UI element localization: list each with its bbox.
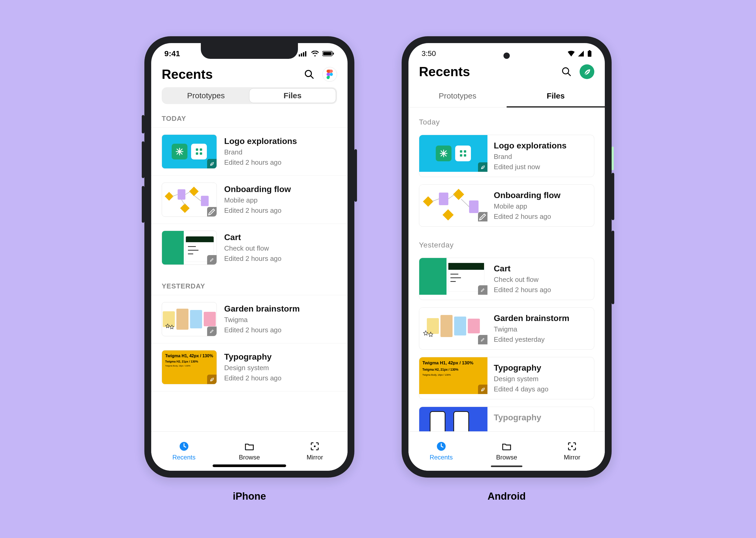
- svg-rect-31: [589, 50, 591, 51]
- file-thumbnail: [162, 134, 217, 169]
- cellular-icon: [299, 51, 307, 56]
- iphone-device: 9:41 Recents: [144, 36, 354, 478]
- file-row[interactable]: Onboarding flow Mobile app Edited 2 hour…: [151, 176, 348, 224]
- file-title: Garden brainstorm: [224, 304, 300, 314]
- nav-browse[interactable]: Browse: [474, 432, 539, 471]
- file-thumbnail: ▬▬▬▬▬▬▬▬▬: [419, 258, 488, 295]
- tab-prototypes[interactable]: Prototypes: [163, 88, 249, 103]
- svg-line-50: [432, 199, 439, 201]
- file-row[interactable]: Onboarding flow Mobile app Edited 2 hour…: [408, 181, 605, 230]
- svg-rect-21: [189, 187, 199, 196]
- battery-icon: [588, 50, 592, 57]
- svg-line-24: [172, 194, 178, 196]
- file-list[interactable]: Today Logo explorations Brand Edited jus…: [408, 107, 605, 431]
- file-row[interactable]: Twigma H1, 42px / 130% Twigma H2, 21px /…: [408, 353, 605, 403]
- file-project: Check out flow: [494, 276, 551, 284]
- nav-label: Recents: [430, 454, 453, 461]
- file-row[interactable]: Garden brainstorm Twigma Edited 2 hours …: [151, 295, 348, 343]
- search-button[interactable]: [302, 67, 316, 82]
- file-thumbnail: [162, 183, 217, 217]
- file-project: Check out flow: [224, 244, 281, 252]
- tab-files[interactable]: Files: [507, 84, 605, 107]
- tab-files[interactable]: Files: [249, 88, 336, 103]
- folder-icon: [244, 441, 255, 452]
- account-avatar[interactable]: [580, 64, 594, 79]
- svg-rect-23: [201, 196, 209, 206]
- svg-point-9: [330, 73, 333, 76]
- file-type-badge: [207, 327, 216, 336]
- file-project: Mobile app: [494, 202, 560, 210]
- thumb-text: Twigma H2, 21px / 130%: [422, 368, 484, 371]
- pencil-icon: [478, 212, 488, 221]
- file-edited: Edited 2 hours ago: [224, 374, 281, 382]
- file-project: Design system: [494, 375, 548, 383]
- file-type-badge: [478, 285, 488, 295]
- tabs: Prototypes Files: [408, 84, 605, 107]
- nav-recents[interactable]: Recents: [408, 432, 474, 471]
- home-indicator[interactable]: [491, 465, 522, 467]
- leaf-icon: [209, 377, 214, 382]
- battery-icon: [322, 51, 334, 56]
- search-button[interactable]: [559, 64, 574, 79]
- svg-line-8: [310, 76, 313, 78]
- svg-line-52: [461, 199, 469, 207]
- file-row[interactable]: ▬▬▬▬▬▬▬▬▬ Cart Check out flow Edited 2 h…: [151, 224, 348, 272]
- svg-rect-0: [299, 54, 300, 56]
- file-edited: Edited just now: [494, 163, 566, 171]
- file-thumbnail: [419, 407, 488, 431]
- file-row[interactable]: ▬▬▬▬▬▬▬▬▬ Cart Check out flow Edited 2 h…: [408, 254, 605, 304]
- file-title: Onboarding flow: [494, 190, 560, 200]
- device-label-android: Android: [488, 491, 526, 502]
- file-type-badge: [207, 159, 216, 168]
- file-row[interactable]: Garden brainstorm Twigma Edited yesterda…: [408, 304, 605, 353]
- tab-prototypes[interactable]: Prototypes: [408, 84, 507, 107]
- svg-point-55: [571, 446, 573, 447]
- svg-rect-46: [439, 192, 449, 205]
- account-button[interactable]: [322, 67, 337, 82]
- nav-mirror[interactable]: Mirror: [540, 432, 605, 471]
- android-device: 3:50 Recents Prototypes Files: [402, 36, 612, 478]
- nav-mirror[interactable]: Mirror: [282, 432, 348, 471]
- file-title: Cart: [494, 264, 551, 273]
- wifi-icon: [568, 51, 575, 56]
- svg-rect-41: [464, 150, 466, 153]
- file-title: Onboarding flow: [224, 185, 291, 194]
- thumb-text: Twigma Body, 16px / 130%: [422, 374, 484, 376]
- file-title: Typography: [224, 352, 281, 362]
- page-title: Recents: [419, 64, 470, 79]
- svg-rect-40: [460, 150, 462, 153]
- svg-rect-3: [305, 51, 306, 56]
- leaf-icon: [480, 164, 485, 170]
- nav-recents[interactable]: Recents: [151, 432, 216, 471]
- thumb-text: Twigma H2, 21px / 130%: [165, 360, 213, 363]
- file-thumbnail: Twigma H1, 42px / 130% Twigma H2, 21px /…: [419, 357, 488, 394]
- file-row[interactable]: Typography: [408, 403, 605, 431]
- figma-icon: [327, 70, 333, 79]
- header: Recents: [408, 62, 605, 84]
- file-title: Cart: [224, 233, 281, 242]
- svg-rect-15: [200, 148, 202, 151]
- file-title: Logo explorations: [494, 141, 566, 150]
- file-row[interactable]: Twigma H1, 42px / 130% Twigma H2, 21px /…: [151, 343, 348, 392]
- file-project: Mobile app: [224, 196, 291, 204]
- file-row[interactable]: Logo explorations Brand Edited just now: [408, 131, 605, 181]
- file-type-badge: [478, 212, 488, 221]
- file-edited: Edited 4 days ago: [494, 385, 548, 393]
- android-camera: [503, 53, 510, 59]
- svg-rect-6: [333, 53, 334, 55]
- file-list[interactable]: TODAY Logo explorations Brand Edited 2 h…: [151, 104, 348, 431]
- folder-icon: [501, 441, 512, 452]
- file-project: Brand: [224, 148, 297, 156]
- file-edited: Edited 2 hours ago: [224, 206, 291, 215]
- home-indicator[interactable]: [213, 464, 286, 467]
- file-row[interactable]: Logo explorations Brand Edited 2 hours a…: [151, 128, 348, 176]
- svg-rect-2: [303, 52, 304, 56]
- thumb-text: Twigma H1, 42px / 130%: [422, 360, 484, 366]
- status-time: 9:41: [164, 49, 180, 58]
- star-icon: [165, 323, 176, 331]
- svg-rect-19: [165, 192, 173, 200]
- file-edited: Edited 2 hours ago: [494, 286, 551, 294]
- file-edited: Edited 2 hours ago: [224, 254, 281, 263]
- file-title: Typography: [494, 363, 548, 373]
- leaf-icon: [480, 387, 485, 392]
